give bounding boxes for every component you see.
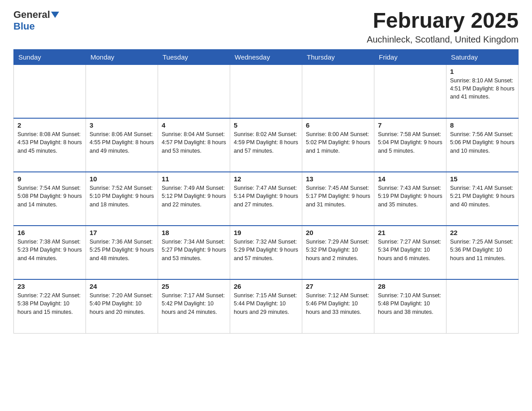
col-header-tuesday: Tuesday xyxy=(158,49,230,64)
calendar-week-row: 2Sunrise: 8:08 AM Sunset: 4:53 PM Daylig… xyxy=(14,118,519,172)
calendar-cell xyxy=(374,64,446,118)
calendar-cell xyxy=(302,64,374,118)
calendar-cell: 21Sunrise: 7:27 AM Sunset: 5:34 PM Dayli… xyxy=(374,226,446,279)
calendar-week-row: 16Sunrise: 7:38 AM Sunset: 5:23 PM Dayli… xyxy=(14,226,519,279)
calendar-cell: 13Sunrise: 7:45 AM Sunset: 5:17 PM Dayli… xyxy=(302,172,374,226)
calendar-cell: 5Sunrise: 8:02 AM Sunset: 4:59 PM Daylig… xyxy=(230,118,302,172)
calendar-cell: 10Sunrise: 7:52 AM Sunset: 5:10 PM Dayli… xyxy=(86,172,158,226)
logo-general: General xyxy=(13,9,50,21)
calendar-cell: 23Sunrise: 7:22 AM Sunset: 5:38 PM Dayli… xyxy=(14,279,86,333)
calendar-cell: 3Sunrise: 8:06 AM Sunset: 4:55 PM Daylig… xyxy=(86,118,158,172)
day-info: Sunrise: 7:54 AM Sunset: 5:08 PM Dayligh… xyxy=(17,184,82,208)
day-info: Sunrise: 7:38 AM Sunset: 5:23 PM Dayligh… xyxy=(17,238,82,262)
col-header-saturday: Saturday xyxy=(446,49,519,64)
day-info: Sunrise: 7:45 AM Sunset: 5:17 PM Dayligh… xyxy=(306,184,370,208)
calendar-cell: 25Sunrise: 7:17 AM Sunset: 5:42 PM Dayli… xyxy=(158,279,230,333)
day-number: 24 xyxy=(90,283,154,290)
calendar-cell: 9Sunrise: 7:54 AM Sunset: 5:08 PM Daylig… xyxy=(14,172,86,226)
day-number: 28 xyxy=(378,283,442,290)
day-info: Sunrise: 7:25 AM Sunset: 5:36 PM Dayligh… xyxy=(450,238,515,262)
calendar-cell: 11Sunrise: 7:49 AM Sunset: 5:12 PM Dayli… xyxy=(158,172,230,226)
day-number: 23 xyxy=(17,283,82,290)
col-header-sunday: Sunday xyxy=(14,49,86,64)
day-info: Sunrise: 8:06 AM Sunset: 4:55 PM Dayligh… xyxy=(90,130,154,154)
col-header-thursday: Thursday xyxy=(302,49,374,64)
day-number: 18 xyxy=(162,229,226,236)
calendar-cell: 26Sunrise: 7:15 AM Sunset: 5:44 PM Dayli… xyxy=(230,279,302,333)
day-number: 27 xyxy=(306,283,370,290)
day-number: 22 xyxy=(450,229,515,236)
day-info: Sunrise: 7:12 AM Sunset: 5:46 PM Dayligh… xyxy=(306,291,370,316)
month-title: February 2025 xyxy=(367,9,519,33)
calendar-cell: 6Sunrise: 8:00 AM Sunset: 5:02 PM Daylig… xyxy=(302,118,374,172)
col-header-monday: Monday xyxy=(86,49,158,64)
day-info: Sunrise: 7:52 AM Sunset: 5:10 PM Dayligh… xyxy=(90,184,154,208)
calendar-cell: 24Sunrise: 7:20 AM Sunset: 5:40 PM Dayli… xyxy=(86,279,158,333)
logo-blue: Blue xyxy=(13,21,35,32)
calendar-cell: 20Sunrise: 7:29 AM Sunset: 5:32 PM Dayli… xyxy=(302,226,374,279)
day-info: Sunrise: 7:17 AM Sunset: 5:42 PM Dayligh… xyxy=(162,291,226,316)
calendar-week-row: 1Sunrise: 8:10 AM Sunset: 4:51 PM Daylig… xyxy=(14,64,519,118)
calendar-cell: 27Sunrise: 7:12 AM Sunset: 5:46 PM Dayli… xyxy=(302,279,374,333)
day-number: 1 xyxy=(450,68,515,75)
logo: General Blue xyxy=(13,9,59,32)
calendar-cell: 12Sunrise: 7:47 AM Sunset: 5:14 PM Dayli… xyxy=(230,172,302,226)
calendar-cell xyxy=(230,64,302,118)
calendar-cell xyxy=(158,64,230,118)
day-number: 26 xyxy=(234,283,298,290)
calendar-week-row: 9Sunrise: 7:54 AM Sunset: 5:08 PM Daylig… xyxy=(14,172,519,226)
calendar-cell: 1Sunrise: 8:10 AM Sunset: 4:51 PM Daylig… xyxy=(446,64,519,118)
calendar-cell: 14Sunrise: 7:43 AM Sunset: 5:19 PM Dayli… xyxy=(374,172,446,226)
day-info: Sunrise: 7:56 AM Sunset: 5:06 PM Dayligh… xyxy=(450,130,515,154)
day-number: 15 xyxy=(450,175,515,183)
day-number: 8 xyxy=(450,121,515,129)
calendar-cell: 28Sunrise: 7:10 AM Sunset: 5:48 PM Dayli… xyxy=(374,279,446,333)
day-number: 3 xyxy=(90,121,154,129)
day-number: 25 xyxy=(162,283,226,290)
col-header-friday: Friday xyxy=(374,49,446,64)
day-info: Sunrise: 8:08 AM Sunset: 4:53 PM Dayligh… xyxy=(17,130,82,154)
calendar-cell: 7Sunrise: 7:58 AM Sunset: 5:04 PM Daylig… xyxy=(374,118,446,172)
day-number: 16 xyxy=(17,229,82,236)
calendar-cell: 17Sunrise: 7:36 AM Sunset: 5:25 PM Dayli… xyxy=(86,226,158,279)
calendar-cell: 22Sunrise: 7:25 AM Sunset: 5:36 PM Dayli… xyxy=(446,226,519,279)
day-number: 5 xyxy=(234,121,298,129)
title-block: February 2025 Auchinleck, Scotland, Unit… xyxy=(367,9,519,45)
day-number: 7 xyxy=(378,121,442,129)
day-number: 12 xyxy=(234,175,298,183)
day-number: 6 xyxy=(306,121,370,129)
calendar-week-row: 23Sunrise: 7:22 AM Sunset: 5:38 PM Dayli… xyxy=(14,279,519,333)
calendar-cell xyxy=(446,279,519,333)
day-info: Sunrise: 7:34 AM Sunset: 5:27 PM Dayligh… xyxy=(162,238,226,262)
day-info: Sunrise: 7:58 AM Sunset: 5:04 PM Dayligh… xyxy=(378,130,442,154)
day-number: 9 xyxy=(17,175,82,183)
day-info: Sunrise: 7:43 AM Sunset: 5:19 PM Dayligh… xyxy=(378,184,442,208)
day-info: Sunrise: 8:10 AM Sunset: 4:51 PM Dayligh… xyxy=(450,77,515,101)
logo-triangle-icon xyxy=(51,12,59,18)
calendar-cell: 4Sunrise: 8:04 AM Sunset: 4:57 PM Daylig… xyxy=(158,118,230,172)
calendar-cell: 19Sunrise: 7:32 AM Sunset: 5:29 PM Dayli… xyxy=(230,226,302,279)
day-info: Sunrise: 8:04 AM Sunset: 4:57 PM Dayligh… xyxy=(162,130,226,154)
day-info: Sunrise: 7:49 AM Sunset: 5:12 PM Dayligh… xyxy=(162,184,226,208)
calendar-header-row: SundayMondayTuesdayWednesdayThursdayFrid… xyxy=(14,49,519,64)
day-number: 19 xyxy=(234,229,298,236)
day-number: 2 xyxy=(17,121,82,129)
day-info: Sunrise: 8:00 AM Sunset: 5:02 PM Dayligh… xyxy=(306,130,370,154)
calendar-cell xyxy=(86,64,158,118)
day-info: Sunrise: 7:29 AM Sunset: 5:32 PM Dayligh… xyxy=(306,238,370,262)
calendar-table: SundayMondayTuesdayWednesdayThursdayFrid… xyxy=(13,49,519,334)
day-info: Sunrise: 8:02 AM Sunset: 4:59 PM Dayligh… xyxy=(234,130,298,154)
calendar-cell: 18Sunrise: 7:34 AM Sunset: 5:27 PM Dayli… xyxy=(158,226,230,279)
day-info: Sunrise: 7:22 AM Sunset: 5:38 PM Dayligh… xyxy=(17,291,82,316)
day-number: 10 xyxy=(90,175,154,183)
day-info: Sunrise: 7:27 AM Sunset: 5:34 PM Dayligh… xyxy=(378,238,442,262)
location: Auchinleck, Scotland, United Kingdom xyxy=(367,34,519,45)
day-number: 20 xyxy=(306,229,370,236)
day-number: 13 xyxy=(306,175,370,183)
calendar-cell xyxy=(14,64,86,118)
calendar-cell: 16Sunrise: 7:38 AM Sunset: 5:23 PM Dayli… xyxy=(14,226,86,279)
day-info: Sunrise: 7:32 AM Sunset: 5:29 PM Dayligh… xyxy=(234,238,298,262)
calendar-cell: 8Sunrise: 7:56 AM Sunset: 5:06 PM Daylig… xyxy=(446,118,519,172)
page-header: General Blue February 2025 Auchinleck, S… xyxy=(13,9,519,45)
col-header-wednesday: Wednesday xyxy=(230,49,302,64)
